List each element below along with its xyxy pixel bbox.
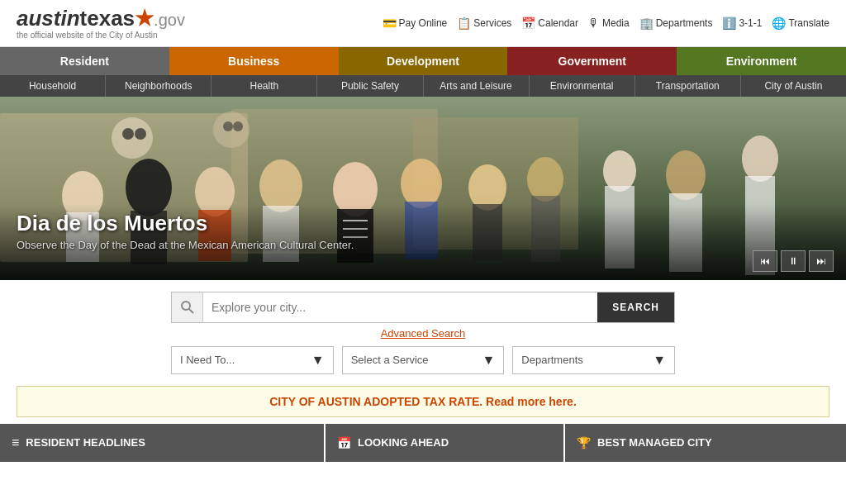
- main-navigation: Resident Business Development Government…: [0, 47, 846, 75]
- svg-line-37: [189, 309, 193, 313]
- departments-icon: 🏢: [639, 17, 654, 30]
- i-need-to-dropdown[interactable]: I Need To... ▼: [171, 346, 334, 374]
- svg-point-34: [233, 121, 243, 131]
- dropdown-row: I Need To... ▼ Select a Service ▼ Depart…: [171, 346, 675, 374]
- topnav-services[interactable]: 📋 Services: [457, 17, 511, 30]
- tax-banner: CITY OF AUSTIN ADOPTED TAX RATE. Read mo…: [17, 386, 829, 417]
- tab-development[interactable]: Development: [339, 47, 508, 75]
- advanced-search-link[interactable]: Advanced Search: [381, 327, 466, 340]
- dropdown3-arrow: ▼: [653, 353, 666, 368]
- hero-subtitle: Observe the Day of the Dead at the Mexic…: [17, 239, 829, 251]
- search-bar: SEARCH: [171, 292, 675, 323]
- subnav-neighborhoods[interactable]: Neighborhoods: [106, 75, 212, 97]
- topnav-departments[interactable]: 🏢 Departments: [639, 17, 713, 30]
- svg-point-33: [223, 121, 233, 131]
- svg-point-30: [122, 128, 134, 140]
- logo-subtitle: the official website of the City of Aust…: [17, 31, 185, 40]
- top-navigation: 💳 Pay Online 📋 Services 📅 Calendar 🎙 Med…: [383, 17, 829, 30]
- departments-dropdown[interactable]: Departments ▼: [512, 346, 675, 374]
- pay-icon: 💳: [383, 17, 397, 30]
- subnav-household[interactable]: Household: [0, 75, 106, 97]
- svg-point-31: [135, 128, 146, 140]
- search-button[interactable]: SEARCH: [597, 292, 674, 322]
- hero-overlay: Dia de los Muertos Observe the Day of th…: [0, 201, 846, 280]
- tax-banner-link[interactable]: Read more here.: [486, 395, 577, 408]
- hero-title: Dia de los Muertos: [17, 211, 829, 236]
- translate-icon: 🌐: [772, 17, 786, 30]
- svg-point-23: [603, 150, 636, 192]
- dropdown1-arrow: ▼: [311, 353, 325, 368]
- trophy-icon: 🏆: [577, 436, 591, 449]
- subnav-health[interactable]: Health: [212, 75, 317, 97]
- resident-headlines-section[interactable]: ≡ RESIDENT HEADLINES: [0, 424, 326, 462]
- hero-controls: ⏮ ⏸ ⏭: [753, 250, 834, 272]
- tax-banner-bold: CITY OF AUSTIN ADOPTED TAX RATE.: [269, 395, 482, 408]
- search-section: SEARCH Advanced Search I Need To... ▼ Se…: [0, 280, 846, 379]
- logo-star: ★: [135, 6, 154, 31]
- headlines-icon: ≡: [12, 435, 19, 450]
- tab-environment[interactable]: Environment: [677, 47, 846, 75]
- calendar-section-icon: 📅: [337, 436, 351, 449]
- looking-ahead-section[interactable]: 📅 LOOKING AHEAD: [326, 424, 565, 462]
- topnav-pay-online[interactable]: 💳 Pay Online: [383, 17, 448, 30]
- tab-resident[interactable]: Resident: [0, 47, 169, 75]
- subnav-environmental[interactable]: Environmental: [530, 75, 635, 97]
- services-icon: 📋: [457, 17, 471, 30]
- logo-austin: austin: [17, 6, 80, 31]
- svg-point-36: [182, 302, 190, 310]
- search-icon: [181, 301, 194, 314]
- media-icon: 🎙: [588, 17, 600, 30]
- sub-navigation: Household Neighborhoods Health Public Sa…: [0, 75, 846, 97]
- search-icon-wrapper: [172, 292, 203, 322]
- topnav-media[interactable]: 🎙 Media: [588, 17, 630, 30]
- svg-point-25: [666, 150, 706, 200]
- subnav-arts[interactable]: Arts and Leisure: [424, 75, 530, 97]
- bottom-sections: ≡ RESIDENT HEADLINES 📅 LOOKING AHEAD 🏆 B…: [0, 424, 846, 462]
- info-icon: ℹ️: [722, 17, 736, 30]
- best-managed-label: BEST MANAGED CITY: [597, 436, 712, 449]
- subnav-city-of-austin[interactable]: City of Austin: [741, 75, 846, 97]
- looking-ahead-label: LOOKING AHEAD: [358, 436, 449, 449]
- calendar-icon: 📅: [521, 17, 535, 30]
- dropdown2-arrow: ▼: [482, 353, 496, 368]
- topnav-calendar[interactable]: 📅 Calendar: [521, 17, 578, 30]
- hero-pause-button[interactable]: ⏸: [781, 250, 806, 272]
- tab-business[interactable]: Business: [169, 47, 339, 75]
- tab-government[interactable]: Government: [507, 47, 677, 75]
- logo: austintexas★.gov the official website of…: [17, 7, 185, 40]
- subnav-public-safety[interactable]: Public Safety: [317, 75, 423, 97]
- search-input[interactable]: [203, 292, 597, 322]
- svg-point-29: [112, 117, 153, 159]
- hero-next-button[interactable]: ⏭: [809, 250, 834, 272]
- topnav-311[interactable]: ℹ️ 3-1-1: [722, 17, 762, 30]
- subnav-transportation[interactable]: Transportation: [635, 75, 741, 97]
- best-managed-section[interactable]: 🏆 BEST MANAGED CITY: [565, 424, 846, 462]
- svg-point-21: [527, 157, 563, 202]
- topnav-translate[interactable]: 🌐 Translate: [772, 17, 829, 30]
- logo-texas: texas: [80, 6, 135, 31]
- logo-gov: .gov: [154, 11, 185, 29]
- header: austintexas★.gov the official website of…: [0, 0, 846, 47]
- svg-point-27: [742, 136, 778, 182]
- headlines-label: RESIDENT HEADLINES: [26, 436, 145, 449]
- hero-section: Dia de los Muertos Observe the Day of th…: [0, 97, 846, 280]
- hero-prev-button[interactable]: ⏮: [753, 250, 777, 272]
- select-service-dropdown[interactable]: Select a Service ▼: [342, 346, 505, 374]
